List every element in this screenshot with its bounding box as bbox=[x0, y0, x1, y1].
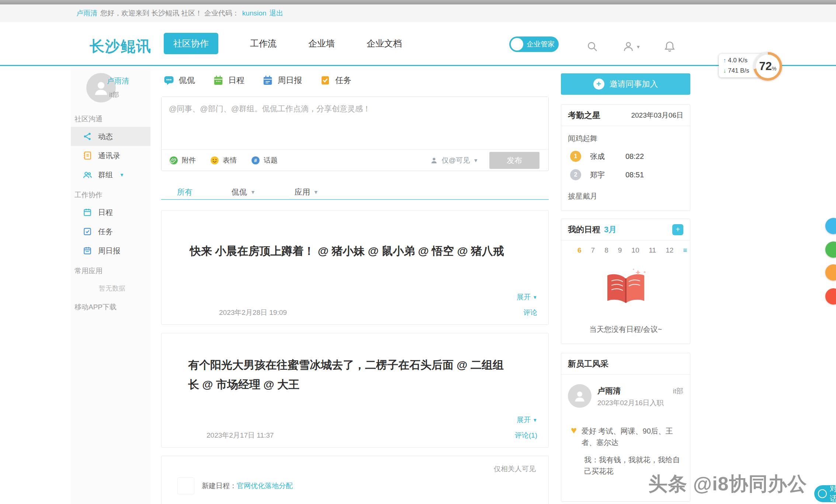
calendar-day[interactable]: 7 bbox=[591, 246, 595, 254]
sidebar-item-label: 通讯录 bbox=[98, 151, 120, 161]
floating-action-red[interactable] bbox=[825, 288, 836, 305]
composer-tabs: 侃侃 日程 周日报 任务 bbox=[161, 69, 549, 91]
empty-schedule-illustration bbox=[561, 267, 690, 311]
visibility-label: 仅@可见 bbox=[442, 156, 470, 165]
topic-button[interactable]: # 话题 bbox=[251, 156, 278, 165]
top-scrollbar[interactable] bbox=[0, 0, 836, 4]
sidebar-item-tasks[interactable]: 任务 bbox=[71, 222, 150, 241]
post-comment-button[interactable]: 评论(1) bbox=[515, 431, 537, 440]
person-small-icon bbox=[430, 156, 438, 165]
calendar-day[interactable]: 6 bbox=[577, 246, 582, 254]
attendance-name: 郑宇 bbox=[590, 170, 605, 180]
attendance-star-card: 考勤之星 2023年03月06日 闻鸡起舞 1 张成 08:22 2 郑宇 08… bbox=[561, 104, 690, 211]
expand-calendar-icon[interactable]: ≡ bbox=[683, 246, 687, 254]
invite-label: 邀请同事加入 bbox=[610, 79, 658, 90]
newcomer-name: 卢雨清 bbox=[597, 386, 621, 396]
calendar-report-icon bbox=[83, 246, 92, 256]
calendar-day[interactable]: 9 bbox=[618, 246, 622, 254]
sidebar-section-community: 社区沟通 bbox=[71, 108, 150, 127]
publish-button[interactable]: 发布 bbox=[489, 152, 540, 169]
newcomer-join-date: 2023年02月16日入职 bbox=[597, 398, 664, 408]
newcomer-avatar[interactable] bbox=[568, 384, 592, 408]
chat-circle-icon bbox=[818, 489, 827, 498]
calendar-green-icon bbox=[213, 75, 224, 86]
sidebar-item-weekly-report[interactable]: 周日报 bbox=[71, 241, 150, 260]
bell-icon[interactable] bbox=[664, 41, 676, 52]
my-schedule-card: 我的日程 3月 + 6 7 8 9 10 11 12 ≡ bbox=[561, 219, 690, 344]
welcome-username-link[interactable]: 卢雨清 bbox=[76, 8, 97, 18]
percent-unit: % bbox=[772, 66, 776, 72]
floating-action-blue[interactable] bbox=[825, 218, 836, 234]
visibility-selector[interactable]: 仅@可见 ▼ bbox=[419, 156, 489, 165]
nav-tab-wall[interactable]: 企业墙 bbox=[308, 38, 335, 49]
right-column: + 邀请同事加入 考勤之星 2023年03月06日 闻鸡起舞 1 张成 08:2… bbox=[561, 67, 690, 504]
nav-tab-community[interactable]: 社区协作 bbox=[164, 33, 218, 54]
topic-label: 话题 bbox=[264, 156, 278, 165]
logout-link[interactable]: 退出 bbox=[269, 8, 283, 18]
sidebar-user-name[interactable]: 卢雨清 bbox=[107, 76, 129, 86]
floating-action-green[interactable] bbox=[825, 241, 836, 258]
invite-colleagues-button[interactable]: + 邀请同事加入 bbox=[561, 73, 690, 95]
post-action-label: 新建日程： bbox=[202, 482, 237, 490]
filter-tab-all[interactable]: 所有 bbox=[177, 187, 192, 197]
post-schedule-link[interactable]: 官网优化落地分配 bbox=[237, 482, 293, 490]
newcomer-dept: it部 bbox=[673, 386, 684, 396]
sidebar-item-contacts[interactable]: 通讯录 bbox=[71, 146, 150, 165]
post-text: 有个阳光大男孩在往蜜雪冰城去了，二楞子在石头后面 @ 二组组长 @ 市场经理 @… bbox=[162, 333, 548, 394]
sidebar-item-groups[interactable]: 群组 ▼ bbox=[71, 165, 150, 184]
company-code-value: kunsion bbox=[242, 9, 267, 17]
search-icon[interactable] bbox=[586, 41, 598, 52]
sidebar-item-moments[interactable]: 动态 bbox=[71, 127, 150, 146]
composer-tab-label: 任务 bbox=[335, 75, 351, 86]
nav-tab-workflow[interactable]: 工作流 bbox=[250, 38, 277, 49]
composer-tab-weekly-report[interactable]: 周日报 bbox=[262, 75, 302, 86]
chevron-down-icon: ▼ bbox=[533, 295, 537, 300]
filter-tab-apps[interactable]: 应用 ▼ bbox=[295, 187, 319, 197]
arrow-down-icon: ↓ bbox=[723, 67, 726, 74]
post-timestamp: 2023年2月17日 11:37 bbox=[207, 431, 274, 440]
emoji-label: 表情 bbox=[223, 156, 237, 165]
app-screen: 卢雨清 您好，欢迎来到 长沙鲲讯 社区！ 企业代码： kunsion 退出 长沙… bbox=[0, 0, 836, 504]
nav-tab-docs[interactable]: 企业文档 bbox=[367, 38, 402, 49]
emoji-button[interactable]: 表情 bbox=[210, 156, 237, 165]
sidebar-item-label: 动态 bbox=[98, 132, 113, 142]
calendar-day[interactable]: 10 bbox=[631, 246, 639, 254]
composer-tab-schedule[interactable]: 日程 bbox=[213, 75, 244, 86]
heart-icon: ♥ bbox=[571, 425, 577, 448]
attachment-button[interactable]: 附件 bbox=[169, 156, 196, 165]
sidebar-app-download-link[interactable]: 移动APP下载 bbox=[71, 294, 150, 312]
start-chat-button[interactable]: 对话 bbox=[814, 485, 836, 502]
attendance-row: 1 张成 08:22 bbox=[561, 151, 690, 162]
feed-filter-tabs: 所有 侃侃 ▼ 应用 ▼ bbox=[161, 185, 549, 200]
sidebar-item-label: 任务 bbox=[98, 227, 113, 237]
calendar-day[interactable]: 12 bbox=[666, 246, 673, 254]
sidebar-user-dept: it部 bbox=[107, 90, 129, 99]
post-expand-button[interactable]: 展开▼ bbox=[517, 415, 537, 425]
chevron-down-icon: ▼ bbox=[250, 189, 256, 195]
composer-tab-chat[interactable]: 侃侃 bbox=[163, 75, 195, 86]
calendar-day[interactable]: 11 bbox=[649, 246, 656, 254]
sidebar-item-schedule[interactable]: 日程 bbox=[71, 203, 150, 222]
chevron-down-icon: ▼ bbox=[313, 189, 319, 195]
user-icon[interactable] bbox=[622, 41, 634, 52]
enterprise-manager-toggle[interactable]: 企业管家 bbox=[509, 37, 559, 52]
schedule-week-strip: 6 7 8 9 10 11 12 ≡ bbox=[561, 240, 690, 254]
calendar-blue-icon bbox=[262, 75, 273, 86]
add-schedule-button[interactable]: + bbox=[672, 224, 683, 235]
filter-tab-chat[interactable]: 侃侃 ▼ bbox=[232, 187, 256, 197]
post-timestamp: 2023年2月28日 19:09 bbox=[219, 308, 287, 317]
post-comment-button[interactable]: 评论 bbox=[523, 308, 537, 317]
composer-tab-task[interactable]: 任务 bbox=[320, 75, 351, 86]
schedule-month: 3月 bbox=[604, 224, 617, 235]
share-icon bbox=[83, 132, 92, 141]
hashtag-icon: # bbox=[251, 156, 260, 165]
app-logo[interactable]: 长沙鲲讯 bbox=[90, 36, 152, 56]
calendar-day[interactable]: 8 bbox=[604, 246, 608, 254]
percent-value: 72 bbox=[759, 60, 772, 73]
sidebar-section-work: 工作协作 bbox=[71, 184, 150, 203]
post-expand-button[interactable]: 展开▼ bbox=[517, 292, 537, 302]
paperclip-icon bbox=[169, 156, 178, 165]
floating-action-orange[interactable] bbox=[825, 264, 836, 281]
composer-input[interactable] bbox=[162, 97, 548, 149]
attendance-name: 张成 bbox=[590, 152, 605, 161]
